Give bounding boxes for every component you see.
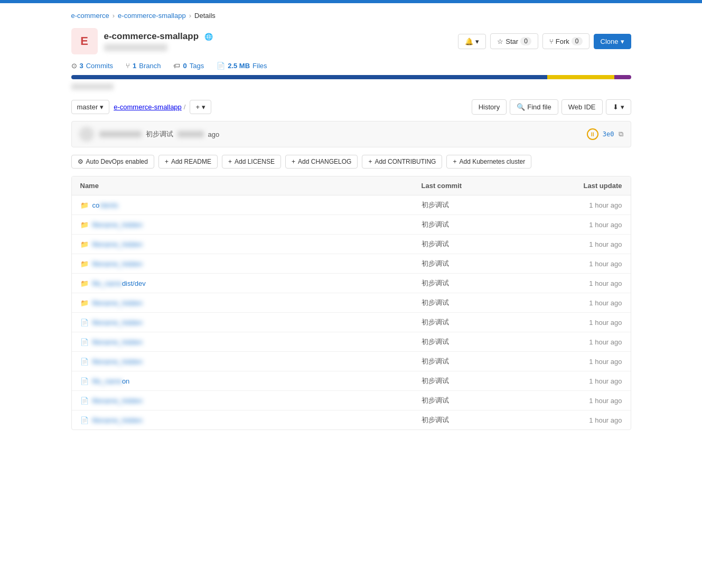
table-row: 📄filename_hidden初步调试1 hour ago	[72, 352, 631, 371]
file-time: 1 hour ago	[538, 279, 622, 287]
folder-icon: 📁	[80, 279, 89, 287]
add-readme-button[interactable]: + Add README	[158, 155, 218, 169]
stat-size[interactable]: 📄 2.5 MB Files	[217, 62, 267, 70]
download-dropdown-icon: ▾	[621, 103, 624, 111]
web-ide-label: Web IDE	[568, 103, 596, 111]
file-icon: 📄	[80, 416, 89, 424]
add-kubernetes-icon: +	[453, 158, 456, 165]
file-name[interactable]: filename_hidden	[92, 416, 143, 424]
breadcrumb-item-ecommerce[interactable]: e-commerce	[71, 12, 109, 20]
file-name-cell: 📁filename_hidden	[80, 260, 422, 268]
file-time: 1 hour ago	[538, 358, 622, 366]
branch-icon: ⑂	[126, 62, 130, 70]
tag-icon: 🏷	[173, 62, 180, 70]
file-name[interactable]: filename_hidden	[92, 240, 143, 248]
file-name[interactable]: file_nameon	[92, 377, 130, 385]
file-name[interactable]: filename_hidden	[92, 260, 143, 268]
branch-selector[interactable]: master ▾	[71, 100, 110, 114]
col-update: Last update	[538, 182, 622, 190]
stat-branches[interactable]: ⑂ 1 Branch	[126, 62, 161, 70]
repo-desc	[104, 44, 167, 51]
file-commit: 初步调试	[422, 318, 538, 327]
stat-tags[interactable]: 🏷 0 Tags	[173, 62, 204, 70]
repo-toolbar: master ▾ e-commerce-smallapp / + ▾ Histo…	[71, 99, 631, 115]
download-button[interactable]: ⬇ ▾	[606, 99, 631, 115]
add-readme-label: Add README	[171, 158, 211, 165]
file-name-cell: 📄filename_hidden	[80, 338, 422, 346]
file-name[interactable]: filename_hidden	[92, 397, 143, 405]
table-row: 📄file_nameon初步调试1 hour ago	[72, 371, 631, 391]
file-name[interactable]: file_namedist/dev	[92, 279, 146, 287]
add-changelog-icon: +	[292, 158, 295, 165]
file-table-header: Name Last commit Last update	[72, 176, 631, 195]
copy-hash-button[interactable]: ⧉	[619, 130, 623, 138]
add-contributing-button[interactable]: + Add CONTRIBUTING	[362, 155, 442, 169]
commit-author-blurred	[99, 131, 142, 137]
file-name-cell: 📄filename_hidden	[80, 319, 422, 326]
lang-bar-primary	[71, 75, 547, 79]
auto-devops-button[interactable]: ⚙ Auto DevOps enabled	[71, 155, 154, 169]
file-time: 1 hour ago	[538, 319, 622, 326]
add-changelog-button[interactable]: + Add CHANGELOG	[285, 155, 358, 169]
file-name[interactable]: filename_hidden	[92, 299, 143, 307]
lang-bar-wrap	[71, 75, 631, 90]
toolbar-right: History 🔍 Find file Web IDE ⬇ ▾	[472, 99, 631, 115]
fork-button[interactable]: ⑂ Fork 0	[542, 33, 589, 49]
find-file-button[interactable]: 🔍 Find file	[510, 99, 558, 115]
table-row: 📄filename_hidden初步调试1 hour ago	[72, 332, 631, 352]
file-time: 1 hour ago	[538, 201, 622, 209]
star-button[interactable]: ☆ Star 0	[490, 33, 538, 49]
add-dropdown-icon: ▾	[202, 103, 205, 111]
table-row: 📄filename_hidden初步调试1 hour ago	[72, 391, 631, 410]
file-icon: 📄	[80, 358, 89, 366]
commits-icon: ⊙	[71, 62, 77, 70]
file-time: 1 hour ago	[538, 221, 622, 229]
add-file-button[interactable]: + ▾	[190, 100, 211, 114]
clone-label: Clone	[601, 38, 619, 45]
file-name-cell: 📄file_nameon	[80, 377, 422, 385]
repo-info: e-commerce-smallapp 🌐	[104, 31, 213, 51]
file-name[interactable]: filename_hidden	[92, 319, 143, 326]
auto-devops-label: Auto DevOps enabled	[86, 158, 148, 165]
add-license-button[interactable]: + Add LICENSE	[222, 155, 281, 169]
file-name[interactable]: contents	[92, 201, 118, 209]
pipeline-status-icon[interactable]: ⏸	[587, 128, 598, 140]
notification-button[interactable]: 🔔 ▾	[458, 34, 486, 49]
file-commit: 初步调试	[422, 239, 538, 249]
file-commit: 初步调试	[422, 220, 538, 229]
bell-dropdown-icon: ▾	[475, 38, 479, 45]
file-icon: 📄	[80, 377, 89, 385]
repo-header-left: E e-commerce-smallapp 🌐	[71, 28, 213, 54]
commit-info: 初步调试 ago	[99, 129, 220, 139]
path-root[interactable]: e-commerce-smallapp	[114, 103, 182, 111]
table-row: 📁contents初步调试1 hour ago	[72, 195, 631, 215]
file-name-cell: 📄filename_hidden	[80, 416, 422, 424]
history-button[interactable]: History	[472, 99, 507, 115]
star-count: 0	[520, 37, 531, 45]
add-kubernetes-label: Add Kubernetes cluster	[459, 158, 525, 165]
plus-icon: +	[195, 103, 200, 111]
add-kubernetes-button[interactable]: + Add Kubernetes cluster	[446, 155, 531, 169]
clone-button[interactable]: Clone ▾	[594, 34, 631, 49]
find-file-label: Find file	[527, 103, 551, 111]
table-row: 📁filename_hidden初步调试1 hour ago	[72, 235, 631, 254]
file-commit: 初步调试	[422, 396, 538, 405]
file-name[interactable]: filename_hidden	[92, 358, 143, 366]
repo-stats: ⊙ 3 Commits ⑂ 1 Branch 🏷 0 Tags 📄 2.5 MB…	[71, 62, 631, 70]
add-license-icon: +	[228, 158, 232, 165]
breadcrumb-sep-1: ›	[113, 12, 115, 20]
history-label: History	[479, 103, 500, 111]
file-commit: 初步调试	[422, 376, 538, 386]
commit-hash[interactable]: 3e0	[603, 130, 614, 138]
table-row: 📄filename_hidden初步调试1 hour ago	[72, 410, 631, 430]
file-commit: 初步调试	[422, 278, 538, 288]
gear-icon: ⚙	[78, 158, 83, 165]
file-time: 1 hour ago	[538, 299, 622, 307]
folder-icon: 📁	[80, 260, 89, 268]
file-name[interactable]: filename_hidden	[92, 221, 143, 229]
breadcrumb-item-smallapp[interactable]: e-commerce-smallapp	[118, 12, 186, 20]
stat-commits[interactable]: ⊙ 3 Commits	[71, 62, 114, 70]
web-ide-button[interactable]: Web IDE	[561, 99, 603, 115]
file-name-cell: 📁filename_hidden	[80, 240, 422, 248]
file-name[interactable]: filename_hidden	[92, 338, 143, 346]
